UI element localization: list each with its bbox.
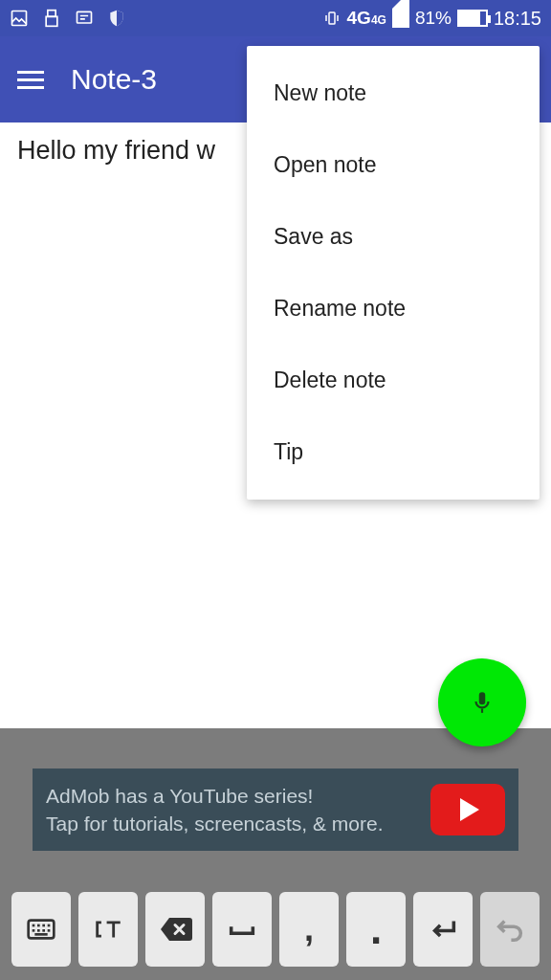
ad-line1: AdMob has a YouTube series! <box>46 782 419 810</box>
vibrate-icon <box>322 9 342 28</box>
space-icon <box>226 913 258 946</box>
ad-banner[interactable]: AdMob has a YouTube series! Tap for tuto… <box>33 768 518 851</box>
usb-icon <box>42 9 61 28</box>
keyboard-toggle-key[interactable] <box>11 892 71 967</box>
app-title: Note-3 <box>71 63 157 96</box>
enter-key[interactable] <box>413 892 473 967</box>
clock: 18:15 <box>494 8 541 30</box>
network-type: 4G4G <box>347 8 386 29</box>
status-bar: 4G4G 81% 18:15 <box>0 0 551 36</box>
shield-icon <box>107 9 126 28</box>
status-right: 4G4G 81% 18:15 <box>322 8 541 30</box>
svg-rect-10 <box>48 924 51 927</box>
note-text: Hello my friend w <box>17 136 215 165</box>
menu-item-tip[interactable]: Tip <box>247 416 540 488</box>
undo-icon <box>494 913 526 946</box>
svg-rect-13 <box>42 929 45 932</box>
svg-rect-2 <box>46 16 57 26</box>
enter-icon <box>427 913 459 946</box>
youtube-play-icon <box>430 784 505 835</box>
svg-rect-8 <box>37 924 40 927</box>
backspace-icon <box>158 912 192 947</box>
menu-item-delete-note[interactable]: Delete note <box>247 345 540 416</box>
backspace-key[interactable] <box>145 892 205 967</box>
text-size-key[interactable] <box>78 892 138 967</box>
comma-key[interactable]: , <box>279 892 339 967</box>
undo-key[interactable] <box>480 892 540 967</box>
svg-rect-5 <box>481 709 483 713</box>
svg-rect-1 <box>48 11 55 17</box>
menu-item-save-as[interactable]: Save as <box>247 201 540 273</box>
keyboard-icon <box>26 914 56 945</box>
space-key[interactable] <box>212 892 272 967</box>
period-key[interactable]: . <box>346 892 406 967</box>
battery-icon <box>457 10 488 27</box>
svg-rect-9 <box>42 924 45 927</box>
svg-rect-7 <box>33 924 35 927</box>
menu-icon[interactable] <box>17 71 44 89</box>
text-size-icon <box>92 913 124 946</box>
status-left <box>10 9 126 28</box>
svg-rect-3 <box>77 11 92 23</box>
overflow-menu: New note Open note Save as Rename note D… <box>247 46 540 500</box>
bottom-panel: AdMob has a YouTube series! Tap for tuto… <box>0 728 551 980</box>
mic-icon <box>470 685 495 720</box>
menu-item-rename-note[interactable]: Rename note <box>247 273 540 345</box>
menu-item-new-note[interactable]: New note <box>247 57 540 129</box>
signal-icon <box>392 9 409 29</box>
battery-pct: 81% <box>415 8 452 29</box>
ad-text: AdMob has a YouTube series! Tap for tuto… <box>46 782 419 838</box>
svg-rect-14 <box>48 929 51 932</box>
voice-record-button[interactable] <box>438 658 526 746</box>
svg-rect-12 <box>37 929 40 932</box>
ad-line2: Tap for tutorials, screencasts, & more. <box>46 810 419 837</box>
menu-item-open-note[interactable]: Open note <box>247 129 540 201</box>
message-icon <box>75 9 94 28</box>
svg-rect-0 <box>12 11 27 26</box>
svg-rect-15 <box>34 933 47 936</box>
image-icon <box>10 9 29 28</box>
comma-label: , <box>304 909 314 949</box>
keyboard-toolbar: , . <box>11 892 540 967</box>
svg-rect-4 <box>329 12 335 24</box>
svg-rect-11 <box>33 929 35 932</box>
